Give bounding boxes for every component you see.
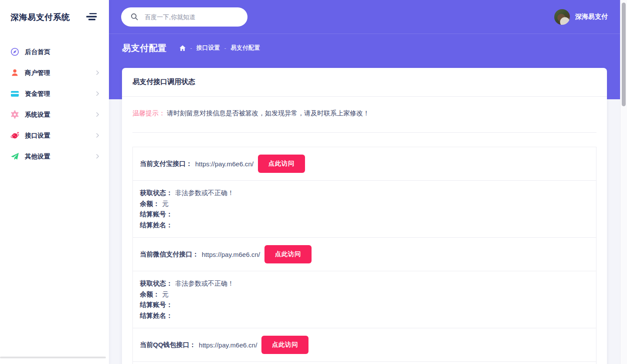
table-row-wechat-status: 获取状态：非法参数或不正确！ 余额：元 结算账号： 结算姓名： [133,271,596,328]
notice-label: 温馨提示： [132,109,165,117]
topbar: 深海易支付 [109,0,620,34]
paper-plane-icon [10,152,19,161]
gear-icon [10,110,19,119]
status-value: 非法参数或不正确！ [175,189,234,196]
sidebar-item-label: 商户管理 [25,69,50,77]
status-line: 结算账号： [140,209,589,220]
table-row-alipay-status: 获取状态：非法参数或不正确！ 余额：元 结算账号： 结算姓名： [133,181,596,238]
breadcrumb-separator: - [190,45,192,51]
status-line: 余额：元 [140,199,589,209]
chevron-right-icon [94,154,99,158]
status-label: 获取状态： [140,189,173,196]
table-row-wechat-interface: 当前微信支付接口： https://pay.m6e6.cn/ 点此访问 [133,238,596,271]
status-label: 获取状态： [140,280,173,287]
status-label: 结算姓名： [140,221,173,229]
status-label: 余额： [140,290,159,298]
notice: 温馨提示：请时刻留意对接信息是否被篡改，如发现异常，请及时联系上家修改！ [132,108,596,118]
breadcrumb: - 接口设置 - 易支付配置 [179,44,260,52]
interface-label: 当前微信支付接口： [140,250,199,259]
sidebar-item-label: 接口设置 [25,131,50,140]
search-icon [131,13,138,20]
status-value: 非法参数或不正确！ [175,280,234,287]
chevron-right-icon [94,133,99,138]
status-line: 结算账号： [140,300,589,310]
table-row-alipay-interface: 当前支付宝接口： https://pay.m6e6.cn/ 点此访问 [133,147,596,181]
status-value: 元 [162,290,169,298]
table-row-qq-interface: 当前QQ钱包接口： https://pay.m6e6.cn/ 点此访问 [133,328,596,362]
status-line: 获取状态：非法参数或不正确！ [140,278,589,289]
breadcrumb-epay-config[interactable]: 易支付配置 [230,44,260,52]
divider [132,132,596,133]
visit-button[interactable]: 点此访问 [264,245,312,263]
sidebar-item-label: 其他设置 [25,152,50,161]
status-label: 结算姓名： [140,312,173,319]
sidebar-scroll-indicator [0,357,106,358]
sidebar-item-interface-settings[interactable]: 接口设置 [0,125,109,146]
page-header: 易支付配置 - 接口设置 - 易支付配置 [109,34,620,62]
table-row-qq-status-partial [133,362,596,364]
credit-card-icon [10,89,19,98]
user-menu[interactable]: 深海易支付 [554,9,608,25]
sidebar-item-funds[interactable]: 资金管理 [0,83,109,104]
sidebar: 深海易支付系统 后台首页 [0,0,109,364]
hamburger-icon [86,16,98,22]
sidebar-item-label: 资金管理 [25,90,50,98]
visit-button[interactable]: 点此访问 [258,155,305,173]
status-label: 余额： [140,200,159,207]
interface-label: 当前QQ钱包接口： [140,341,196,349]
interface-url[interactable]: https://pay.m6e6.cn/ [199,341,257,349]
breadcrumb-interface-settings[interactable]: 接口设置 [197,44,220,52]
user-icon [10,68,19,77]
notice-text: 请时刻留意对接信息是否被篡改，如发现异常，请及时联系上家修改！ [167,109,369,117]
sidebar-item-other-settings[interactable]: 其他设置 [0,146,109,167]
avatar [554,9,570,25]
sidebar-toggle-button[interactable] [85,11,98,23]
sidebar-item-dashboard[interactable]: 后台首页 [0,41,109,62]
card-body: 温馨提示：请时刻留意对接信息是否被篡改，如发现异常，请及时联系上家修改！ 当前支… [122,97,607,364]
interface-status-table: 当前支付宝接口： https://pay.m6e6.cn/ 点此访问 获取状态：… [132,147,596,364]
sidebar-menu: 后台首页 商户管理 资金管理 [0,41,109,167]
search-bar [121,7,247,27]
status-label: 结算账号： [140,301,173,308]
compass-icon [10,47,19,56]
scrollbar-thumb[interactable] [622,3,626,106]
vertical-scrollbar[interactable] [620,0,627,364]
interface-label: 当前支付宝接口： [140,160,192,168]
breadcrumb-separator: - [224,45,226,51]
sidebar-item-label: 后台首页 [25,48,50,56]
main-area: 深海易支付 易支付配置 - 接口设置 - 易支付配置 易支付接口调用状态 温馨提… [109,0,627,364]
sidebar-item-label: 系统设置 [25,111,50,119]
search-input[interactable] [145,13,236,20]
planet-icon [10,131,19,140]
chevron-right-icon [94,91,99,96]
sidebar-item-merchants[interactable]: 商户管理 [0,62,109,83]
status-line: 余额：元 [140,289,589,300]
interface-url[interactable]: https://pay.m6e6.cn/ [202,251,260,258]
app-logo-title: 深海易支付系统 [10,12,70,23]
interface-url[interactable]: https://pay.m6e6.cn/ [195,160,254,168]
card-title: 易支付接口调用状态 [122,68,607,97]
chevron-right-icon [94,112,99,117]
page-title: 易支付配置 [122,42,167,54]
visit-button[interactable]: 点此访问 [261,336,308,354]
username: 深海易支付 [575,13,608,21]
status-value: 元 [162,200,169,207]
home-icon[interactable] [179,45,186,51]
sidebar-item-system-settings[interactable]: 系统设置 [0,104,109,125]
status-line: 获取状态：非法参数或不正确！ [140,188,589,199]
status-card: 易支付接口调用状态 温馨提示：请时刻留意对接信息是否被篡改，如发现异常，请及时联… [122,68,607,364]
chevron-right-icon [94,70,99,75]
status-label: 结算账号： [140,210,173,218]
status-line: 结算姓名： [140,310,589,321]
status-line: 结算姓名： [140,220,589,231]
